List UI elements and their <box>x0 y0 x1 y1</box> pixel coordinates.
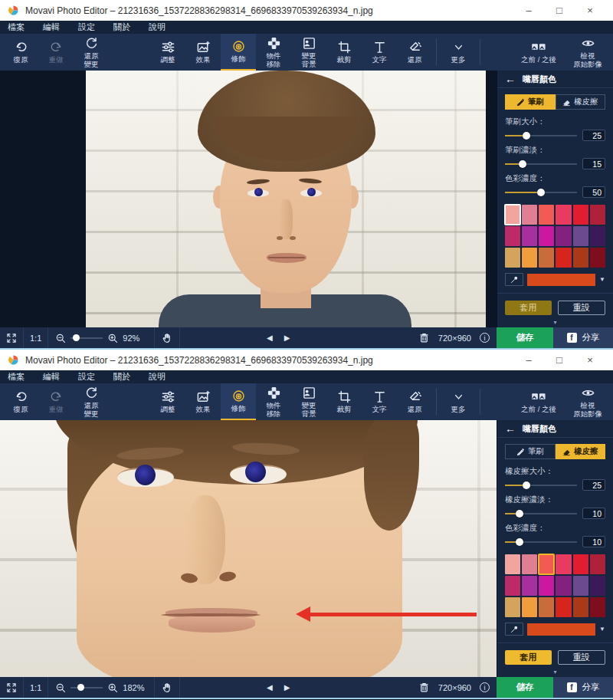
fit-to-screen-button[interactable] <box>0 327 24 348</box>
slider-handle[interactable] <box>523 132 530 140</box>
menu-help[interactable]: 說明 <box>149 21 166 33</box>
color-swatch[interactable] <box>522 597 537 617</box>
eyedropper-button[interactable] <box>505 273 523 286</box>
menu-about[interactable]: 關於 <box>113 21 130 33</box>
color-swatch[interactable] <box>590 205 605 225</box>
color-swatch[interactable] <box>573 226 588 246</box>
redo-button[interactable]: 重做 <box>38 34 74 71</box>
tab-brush[interactable]: 筆刷 <box>505 94 556 110</box>
color-swatch[interactable] <box>505 226 520 246</box>
text-button[interactable]: 文字 <box>362 34 397 71</box>
color-dropdown-arrow-icon[interactable]: ▼ <box>599 626 605 633</box>
menu-file[interactable]: 檔案 <box>8 371 25 383</box>
zoom-out-icon[interactable] <box>55 682 66 693</box>
maximize-button[interactable]: □ <box>544 350 575 370</box>
object-removal-button[interactable]: 物件 移除 <box>256 383 291 420</box>
zoom-slider[interactable] <box>70 334 103 342</box>
adjust-button[interactable]: 調整 <box>150 383 185 420</box>
slider-intensity-track[interactable] <box>505 537 577 547</box>
panel-scroll-down-icon[interactable]: ▾ <box>553 319 556 326</box>
before-after-button[interactable]: 之前 / 之後 <box>512 383 565 420</box>
slider-handle[interactable] <box>516 538 523 546</box>
slider-softness-track[interactable] <box>505 159 577 169</box>
delete-trash-icon[interactable] <box>418 332 430 343</box>
object-removal-button[interactable]: 物件 移除 <box>256 34 291 71</box>
share-button[interactable]: f 分享 <box>553 327 613 348</box>
color-swatch[interactable] <box>573 205 588 225</box>
photo-canvas[interactable] <box>0 420 497 677</box>
color-swatch[interactable] <box>556 248 571 268</box>
color-swatch[interactable] <box>539 554 554 574</box>
color-swatch[interactable] <box>505 248 520 268</box>
color-swatch[interactable] <box>539 576 554 596</box>
zoom-in-icon[interactable] <box>107 333 118 343</box>
color-swatch[interactable] <box>539 248 554 268</box>
crop-button[interactable]: 裁剪 <box>326 383 362 420</box>
menu-settings[interactable]: 設定 <box>78 371 95 383</box>
color-swatch[interactable] <box>505 576 520 596</box>
change-background-button[interactable]: 變更 背景 <box>291 34 326 71</box>
color-swatch[interactable] <box>556 205 571 225</box>
color-swatch[interactable] <box>573 554 588 574</box>
color-swatch[interactable] <box>539 226 554 246</box>
color-swatch[interactable] <box>539 597 554 617</box>
retouch-button[interactable]: 修飾 <box>221 383 256 420</box>
slider-handle[interactable] <box>537 189 545 196</box>
zoom-in-icon[interactable] <box>107 682 118 693</box>
reset-button[interactable]: 重設 <box>558 650 606 665</box>
effects-button[interactable]: 效果 <box>185 34 221 71</box>
color-swatch[interactable] <box>522 248 537 268</box>
photo-canvas[interactable] <box>0 71 497 327</box>
effects-button[interactable]: 效果 <box>185 383 221 420</box>
redo-button[interactable]: 重做 <box>38 383 74 420</box>
previous-image-button[interactable]: ◀ <box>267 334 273 342</box>
color-swatch[interactable] <box>556 554 571 574</box>
slider-size-track[interactable] <box>505 481 577 490</box>
info-icon[interactable]: i <box>480 682 490 692</box>
slider-softness-track[interactable] <box>505 509 577 518</box>
previous-image-button[interactable]: ◀ <box>267 683 273 692</box>
color-swatch[interactable] <box>539 205 554 225</box>
more-button[interactable]: 更多 <box>441 34 476 71</box>
more-button[interactable]: 更多 <box>441 383 476 420</box>
menu-help[interactable]: 說明 <box>149 371 166 383</box>
revert-changes-button[interactable]: 還原 變更 <box>74 383 109 420</box>
color-swatch[interactable] <box>522 576 537 596</box>
save-button[interactable]: 儲存 <box>497 327 553 348</box>
apply-button[interactable]: 套用 <box>505 301 552 315</box>
color-swatch[interactable] <box>590 226 605 246</box>
menu-edit[interactable]: 編輯 <box>43 371 60 383</box>
color-swatch[interactable] <box>590 597 605 617</box>
back-arrow-icon[interactable]: ← <box>505 73 516 85</box>
fit-to-screen-button[interactable] <box>0 677 24 698</box>
color-swatch[interactable] <box>590 554 605 574</box>
slider-handle[interactable] <box>516 510 523 518</box>
color-swatch[interactable] <box>556 597 571 617</box>
revert-changes-button[interactable]: 還原 變更 <box>74 34 109 71</box>
color-swatch[interactable] <box>522 554 537 574</box>
restore-button[interactable]: 還原 <box>397 383 432 420</box>
next-image-button[interactable]: ▶ <box>284 334 290 342</box>
zoom-slider-handle[interactable] <box>77 684 84 691</box>
actual-size-button[interactable]: 1:1 <box>24 327 48 348</box>
crop-button[interactable]: 裁剪 <box>326 34 362 71</box>
color-swatch[interactable] <box>573 248 588 268</box>
apply-button[interactable]: 套用 <box>505 650 552 665</box>
menu-edit[interactable]: 編輯 <box>43 21 60 33</box>
text-button[interactable]: 文字 <box>362 383 397 420</box>
color-swatch[interactable] <box>505 205 520 225</box>
delete-trash-icon[interactable] <box>418 682 430 693</box>
tab-eraser[interactable]: 橡皮擦 <box>556 444 606 459</box>
back-arrow-icon[interactable]: ← <box>505 422 516 435</box>
slider-size-track[interactable] <box>505 131 577 140</box>
minimize-button[interactable]: – <box>513 350 544 370</box>
close-button[interactable]: × <box>575 350 605 370</box>
current-color-bar[interactable] <box>527 623 595 636</box>
minimize-button[interactable]: – <box>513 0 544 21</box>
menu-settings[interactable]: 設定 <box>78 21 95 33</box>
eyedropper-button[interactable] <box>505 623 523 636</box>
tab-brush[interactable]: 筆刷 <box>505 444 556 459</box>
color-swatch[interactable] <box>522 205 537 225</box>
undo-button[interactable]: 復原 <box>3 34 38 71</box>
hand-tool-button[interactable] <box>154 327 180 348</box>
